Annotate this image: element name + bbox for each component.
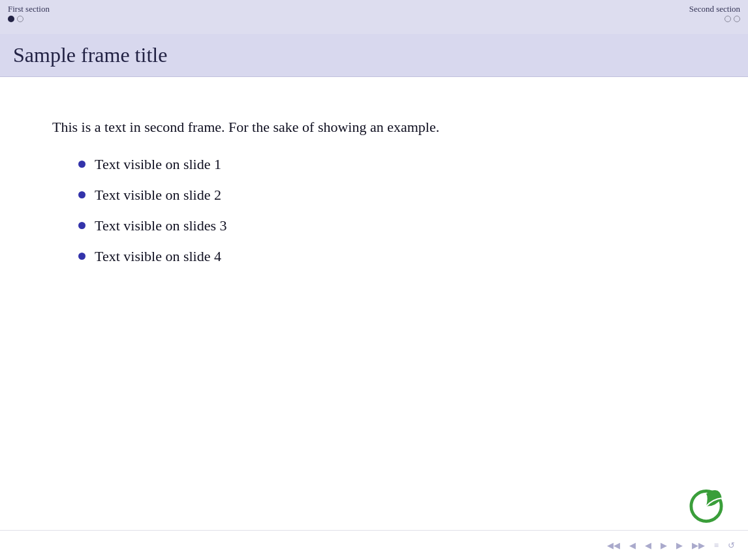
- list-item-text: Text visible on slides 3: [95, 215, 227, 236]
- slide-content: This is a text in second frame. For the …: [0, 77, 748, 469]
- dot-2-empty: [17, 16, 23, 22]
- list-item: Text visible on slides 3: [78, 215, 696, 236]
- slide-title-bar: Sample frame title: [0, 34, 748, 77]
- list-item-text: Text visible on slide 1: [95, 153, 221, 175]
- first-section-dots: [8, 16, 23, 22]
- top-navigation-bar: First section Second section: [0, 0, 748, 34]
- second-section-label: Second section: [689, 4, 740, 14]
- list-item-text: Text visible on slide 4: [95, 245, 221, 267]
- slide-title: Sample frame title: [13, 43, 735, 67]
- bottom-navigation-bar[interactable]: ◀◀ ◀ ◀ ▶ ▶ ▶▶ ≡ ↺: [0, 530, 748, 560]
- nav-prev-button[interactable]: ◀: [627, 539, 638, 552]
- dot-3-empty: [725, 16, 731, 22]
- nav-section-next-button[interactable]: ▶: [658, 539, 670, 552]
- dot-4-empty: [734, 16, 740, 22]
- nav-next-button[interactable]: ▶: [674, 539, 685, 552]
- first-section: First section: [8, 4, 50, 22]
- bullet-list: Text visible on slide 1 Text visible on …: [52, 153, 696, 267]
- nav-first-button[interactable]: ◀◀: [604, 539, 623, 552]
- nav-refresh-button[interactable]: ↺: [725, 539, 738, 552]
- list-item: Text visible on slide 4: [78, 245, 696, 267]
- nav-section-prev-button[interactable]: ◀: [642, 539, 654, 552]
- bullet-icon: [78, 161, 86, 168]
- nav-controls[interactable]: ◀◀ ◀ ◀ ▶ ▶ ▶▶ ≡ ↺: [604, 539, 738, 552]
- first-section-label: First section: [8, 4, 50, 14]
- bullet-icon: [78, 191, 86, 198]
- bullet-icon: [78, 253, 86, 260]
- second-section: Second section: [689, 4, 740, 22]
- list-item: Text visible on slide 1: [78, 153, 696, 175]
- overleaf-logo: [684, 480, 728, 525]
- list-item: Text visible on slide 2: [78, 184, 696, 206]
- overleaf-logo-area: [684, 480, 728, 527]
- nav-last-button[interactable]: ▶▶: [689, 539, 708, 552]
- bullet-icon: [78, 222, 86, 229]
- second-section-dots: [725, 16, 740, 22]
- intro-paragraph: This is a text in second frame. For the …: [52, 116, 696, 138]
- nav-fit-button[interactable]: ≡: [711, 539, 721, 552]
- dot-1-filled: [8, 16, 14, 22]
- list-item-text: Text visible on slide 2: [95, 184, 221, 206]
